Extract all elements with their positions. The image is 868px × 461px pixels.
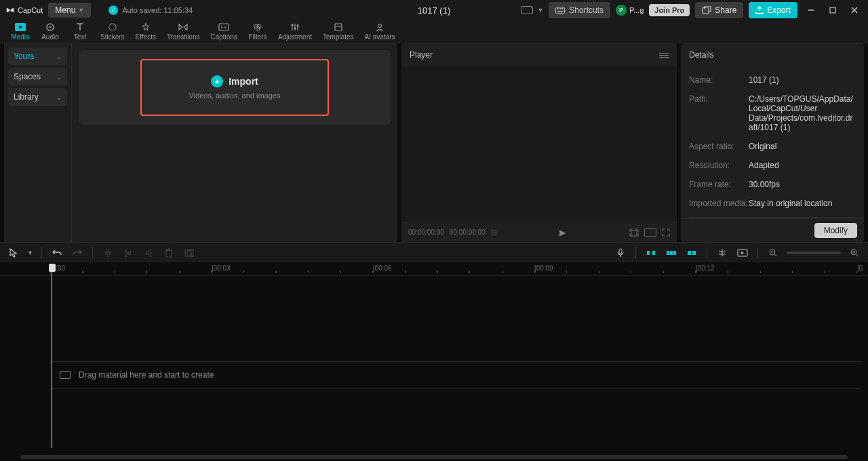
svg-rect-28 bbox=[647, 251, 650, 255]
import-subtitle: Videos, audios, and images bbox=[189, 92, 281, 100]
snapshot-icon[interactable] bbox=[629, 228, 639, 237]
svg-rect-2 bbox=[559, 8, 560, 9]
user-chip[interactable]: P P...g bbox=[616, 5, 644, 16]
tab-label: Media bbox=[11, 33, 29, 41]
svg-point-22 bbox=[378, 24, 382, 27]
tab-text[interactable]: Text bbox=[65, 20, 95, 43]
app-name: CapCut bbox=[18, 6, 43, 14]
capcut-logo-icon bbox=[5, 5, 15, 15]
split-left-tool[interactable] bbox=[121, 246, 135, 260]
player-panel: Player 00:00:00:00 00:00:00:00 ⊟ ▶ bbox=[401, 43, 677, 242]
tab-ai-avatars[interactable]: AI avatars bbox=[359, 20, 401, 43]
zoom-in-icon[interactable] bbox=[848, 246, 861, 260]
timeline-scrollbar[interactable] bbox=[0, 453, 868, 461]
cursor-tool[interactable] bbox=[7, 246, 20, 260]
magnet-link-icon[interactable] bbox=[665, 246, 678, 260]
tab-label: Effects bbox=[136, 33, 156, 41]
fullscreen-icon[interactable] bbox=[662, 228, 670, 237]
undo-button[interactable] bbox=[50, 246, 64, 260]
zoom-slider[interactable] bbox=[787, 252, 841, 254]
timeline: |0:00 |00:03 |00:06 |00:09 |00:12 |0 Dra… bbox=[0, 262, 868, 461]
sidebar-label: Yours bbox=[14, 52, 34, 61]
tab-captions[interactable]: Captions bbox=[205, 20, 243, 43]
import-label: Import bbox=[229, 76, 258, 87]
modify-button[interactable]: Modify bbox=[814, 223, 857, 238]
svg-rect-32 bbox=[673, 251, 676, 255]
svg-rect-13 bbox=[219, 24, 229, 31]
ai-avatars-icon bbox=[374, 22, 386, 32]
details-title: Details bbox=[689, 50, 714, 60]
tab-filters[interactable]: Filters bbox=[243, 20, 273, 43]
shortcuts-button[interactable]: Shortcuts bbox=[549, 2, 610, 18]
svg-rect-30 bbox=[667, 251, 669, 255]
split-tool[interactable] bbox=[101, 246, 115, 260]
time-current: 00:00:00:00 bbox=[408, 228, 444, 236]
import-button[interactable]: + Import Videos, audios, and images bbox=[140, 59, 330, 116]
details-header: Details bbox=[681, 43, 864, 66]
align-icon[interactable] bbox=[715, 246, 729, 260]
sidebar-library[interactable]: Library⌄ bbox=[8, 88, 67, 106]
delete-tool[interactable] bbox=[162, 246, 176, 260]
preview-icon[interactable] bbox=[736, 246, 749, 260]
magnet-main-icon[interactable] bbox=[644, 246, 658, 260]
detail-value-framerate: 30.00fps bbox=[749, 180, 856, 189]
tab-media[interactable]: Media bbox=[5, 20, 35, 43]
menu-button[interactable]: Menu ▼ bbox=[48, 3, 91, 18]
player-menu-icon[interactable] bbox=[659, 53, 669, 58]
adjustment-icon bbox=[289, 22, 301, 32]
redo-button[interactable] bbox=[71, 246, 84, 260]
minimize-icon bbox=[807, 6, 815, 14]
media-sidebar: Yours⌄ Spaces⌄ Library⌄ bbox=[4, 43, 72, 242]
window-close[interactable] bbox=[846, 2, 863, 18]
tab-audio[interactable]: Audio bbox=[35, 20, 65, 43]
chevron-down-icon: ▼ bbox=[78, 7, 84, 14]
maximize-icon bbox=[829, 6, 837, 14]
tab-label: Templates bbox=[323, 33, 354, 41]
filters-icon bbox=[252, 22, 264, 32]
chevron-down-icon: ⌄ bbox=[56, 94, 62, 101]
share-button[interactable]: Share bbox=[695, 2, 743, 18]
tab-transitions[interactable]: Transitions bbox=[161, 20, 205, 43]
sidebar-spaces[interactable]: Spaces⌄ bbox=[8, 68, 67, 85]
check-icon: ✓ bbox=[108, 5, 118, 15]
tab-adjustment[interactable]: Adjustment bbox=[273, 20, 317, 43]
timeline-tracks[interactable]: Drag material here and start to create bbox=[0, 276, 868, 453]
text-icon bbox=[74, 22, 86, 32]
magnet-auto-icon[interactable] bbox=[685, 246, 698, 260]
drag-hint: Drag material here and start to create bbox=[50, 361, 861, 388]
close-icon bbox=[850, 6, 859, 14]
aspect-toggle[interactable]: ▼ bbox=[521, 6, 543, 14]
autosave-text: Auto saved: 11:05:34 bbox=[122, 6, 193, 14]
detail-label-framerate: Frame rate: bbox=[689, 180, 749, 189]
sidebar-label: Spaces bbox=[14, 72, 41, 81]
svg-line-38 bbox=[774, 254, 776, 256]
scrollbar-thumb[interactable] bbox=[20, 455, 848, 459]
join-pro-button[interactable]: Join Pro bbox=[649, 4, 690, 16]
modify-row: Modify bbox=[681, 218, 864, 242]
window-minimize[interactable] bbox=[803, 2, 819, 18]
tab-stickers[interactable]: Stickers bbox=[95, 20, 130, 43]
tab-templates[interactable]: Templates bbox=[317, 20, 359, 43]
zoom-out-icon[interactable] bbox=[766, 246, 780, 260]
svg-point-12 bbox=[109, 24, 116, 31]
chevron-down-icon[interactable]: ▼ bbox=[27, 249, 33, 256]
sidebar-yours[interactable]: Yours⌄ bbox=[8, 47, 67, 65]
play-button[interactable]: ▶ bbox=[559, 228, 566, 237]
audio-icon bbox=[44, 22, 56, 32]
details-list: Name:1017 (1) Path:C:/Users/TOPGUS/AppDa… bbox=[681, 66, 864, 218]
split-right-tool[interactable] bbox=[142, 246, 155, 260]
export-button[interactable]: Export bbox=[749, 2, 797, 18]
mic-icon[interactable] bbox=[614, 246, 627, 260]
timeline-ruler[interactable]: |0:00 |00:03 |00:06 |00:09 |00:12 |0 bbox=[0, 262, 868, 276]
ratio-icon[interactable] bbox=[644, 228, 656, 237]
detail-value-aspect: Original bbox=[749, 142, 856, 151]
shortcuts-label: Shortcuts bbox=[569, 5, 604, 15]
zoom-out-icon[interactable]: ⊟ bbox=[491, 228, 496, 236]
tab-effects[interactable]: Effects bbox=[130, 20, 161, 43]
player-controls: 00:00:00:00 00:00:00:00 ⊟ ▶ bbox=[401, 222, 677, 242]
svg-rect-3 bbox=[560, 8, 561, 9]
window-maximize[interactable] bbox=[825, 2, 841, 18]
crop-tool[interactable] bbox=[182, 246, 196, 260]
detail-label-imported: Imported media: bbox=[689, 199, 749, 208]
aspect-ratio-icon bbox=[521, 6, 533, 14]
